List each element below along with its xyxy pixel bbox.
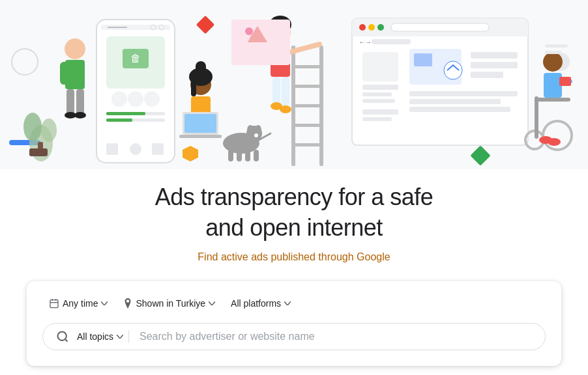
sub-headline: Find active ads published through Google — [198, 251, 390, 263]
svg-rect-94 — [362, 117, 392, 121]
svg-rect-28 — [106, 112, 145, 115]
hero-illustration: 🗑 — [0, 0, 588, 169]
svg-rect-77 — [391, 23, 489, 31]
filter-row: Any time Shown in Turkiye All platforms — [42, 294, 546, 312]
svg-point-32 — [130, 143, 141, 155]
svg-rect-85 — [414, 53, 432, 66]
svg-rect-101 — [535, 96, 538, 139]
time-filter-label: Any time — [63, 298, 98, 309]
chevron-down-icon — [209, 301, 215, 305]
svg-rect-49 — [228, 150, 233, 161]
svg-rect-102 — [544, 77, 548, 96]
svg-point-76 — [377, 24, 384, 31]
svg-rect-108 — [545, 51, 561, 54]
svg-rect-83 — [362, 99, 395, 103]
svg-rect-52 — [254, 150, 259, 161]
svg-text:🗑: 🗑 — [130, 53, 141, 64]
svg-point-68 — [280, 105, 291, 113]
location-filter-button[interactable]: Shown in Turkiye — [117, 294, 222, 312]
svg-rect-80 — [362, 52, 398, 81]
platform-filter-button[interactable]: All platforms — [224, 294, 297, 312]
svg-point-15 — [74, 112, 86, 118]
svg-rect-89 — [471, 72, 503, 78]
chevron-down-icon — [101, 301, 108, 305]
svg-rect-90 — [409, 91, 518, 96]
svg-rect-56 — [291, 65, 323, 68]
svg-point-4 — [23, 113, 42, 141]
svg-rect-95 — [470, 145, 490, 165]
topic-filter-button[interactable]: All topics — [77, 330, 129, 343]
chevron-down-icon — [117, 335, 123, 339]
svg-rect-100 — [535, 98, 570, 102]
svg-rect-51 — [245, 151, 250, 161]
search-icon — [56, 330, 69, 343]
svg-point-70 — [245, 27, 253, 35]
svg-point-26 — [144, 91, 160, 107]
chevron-down-icon — [284, 301, 291, 305]
svg-point-98 — [543, 121, 572, 150]
svg-rect-91 — [409, 99, 501, 104]
svg-point-19 — [151, 25, 156, 30]
svg-point-86 — [444, 61, 462, 79]
calendar-icon — [49, 298, 59, 309]
svg-rect-81 — [362, 85, 398, 90]
svg-rect-13 — [76, 89, 84, 115]
svg-point-8 — [65, 38, 85, 59]
location-pin-icon — [123, 298, 132, 309]
svg-rect-58 — [291, 104, 323, 107]
svg-rect-50 — [237, 151, 242, 161]
location-filter-label: Shown in Turkiye — [136, 298, 205, 309]
svg-rect-82 — [362, 92, 392, 96]
svg-point-75 — [368, 24, 375, 31]
svg-rect-10 — [60, 62, 69, 85]
svg-rect-79 — [372, 39, 411, 44]
svg-marker-53 — [183, 146, 198, 161]
svg-point-106 — [548, 138, 561, 146]
svg-rect-65 — [272, 77, 280, 106]
svg-rect-31 — [106, 143, 118, 155]
svg-point-113 — [126, 299, 129, 302]
search-input[interactable] — [140, 331, 532, 342]
svg-rect-37 — [191, 77, 196, 96]
svg-rect-38 — [196, 61, 206, 77]
svg-rect-93 — [362, 109, 398, 115]
topic-filter-label: All topics — [77, 331, 113, 342]
svg-rect-57 — [291, 85, 323, 88]
svg-rect-42 — [179, 135, 222, 138]
svg-rect-109 — [50, 299, 58, 307]
svg-line-115 — [65, 339, 68, 341]
svg-point-20 — [159, 25, 164, 30]
platform-filter-label: All platforms — [231, 298, 281, 309]
main-headline: Ads transparency for a safe and open int… — [155, 182, 434, 243]
svg-point-114 — [58, 331, 66, 340]
svg-rect-104 — [559, 77, 571, 86]
svg-rect-60 — [291, 143, 323, 146]
svg-rect-12 — [66, 89, 74, 115]
svg-rect-33 — [152, 143, 164, 155]
svg-text:←→: ←→ — [359, 38, 372, 46]
svg-rect-92 — [409, 107, 510, 112]
time-filter-button[interactable]: Any time — [42, 294, 114, 312]
svg-rect-11 — [74, 62, 83, 85]
svg-rect-7 — [29, 148, 48, 156]
svg-rect-41 — [184, 114, 216, 133]
svg-rect-59 — [291, 124, 323, 127]
main-content: Ads transparency for a safe and open int… — [0, 169, 588, 375]
svg-point-96 — [543, 52, 563, 72]
svg-point-74 — [359, 24, 366, 31]
svg-point-47 — [254, 133, 258, 137]
svg-rect-34 — [196, 16, 214, 34]
svg-point-24 — [111, 91, 127, 107]
svg-rect-66 — [282, 77, 289, 106]
svg-rect-88 — [471, 62, 518, 68]
search-icon-wrap — [56, 330, 69, 343]
svg-point-0 — [12, 49, 38, 75]
svg-rect-87 — [471, 52, 518, 59]
svg-point-46 — [247, 125, 254, 135]
svg-point-25 — [128, 91, 143, 107]
svg-rect-107 — [545, 44, 568, 48]
svg-rect-30 — [106, 118, 132, 122]
search-card: Any time Shown in Turkiye All platforms — [27, 281, 561, 366]
svg-point-5 — [41, 118, 57, 142]
search-row: All topics — [42, 323, 546, 350]
